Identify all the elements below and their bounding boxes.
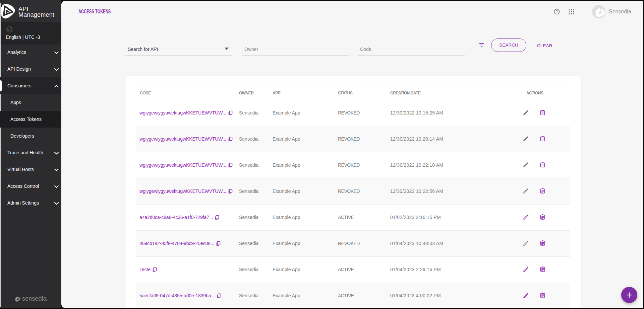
svg-text:?: ? [556,10,558,14]
svg-text:sensedia: sensedia [22,295,47,302]
